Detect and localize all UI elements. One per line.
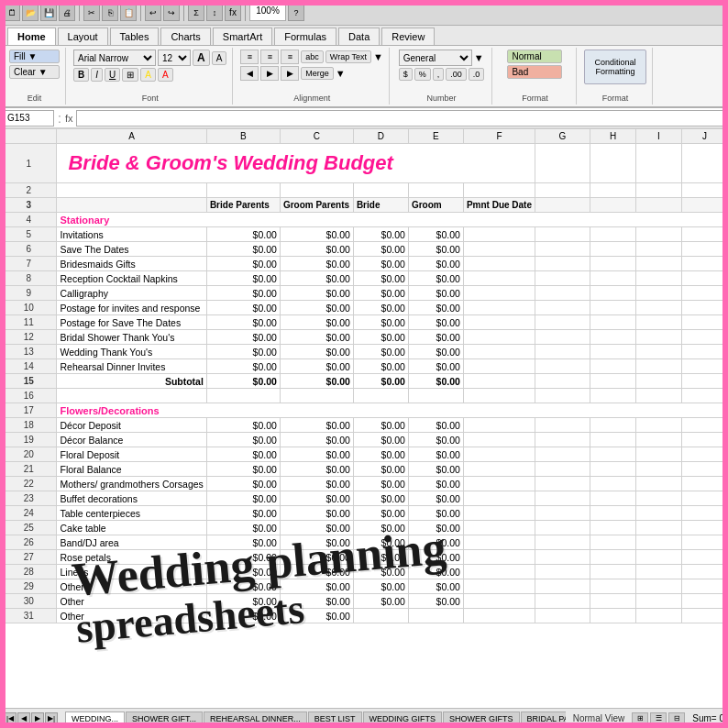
cell-money[interactable]: $0.00 [206,550,280,565]
cell[interactable] [682,447,728,462]
item-cake-table[interactable]: Cake table [57,521,206,535]
cell[interactable] [590,433,636,447]
cell[interactable] [682,374,728,389]
page-layout-btn[interactable]: ☰ [650,712,667,725]
align-top-right-btn[interactable]: ≡ [281,50,299,64]
cell[interactable] [590,418,636,433]
cell-money[interactable]: $0.00 [206,506,280,521]
fill-button[interactable]: Fill ▼ [9,50,60,63]
cell-money[interactable]: $0.00 [206,418,280,433]
cell-money[interactable]: $0.00 [353,242,408,257]
cell[interactable] [463,506,535,521]
bad-style-btn[interactable]: Bad [507,65,562,79]
toolbar-icon-copy[interactable]: ⎘ [102,5,118,21]
cell[interactable] [682,183,728,198]
cell[interactable] [535,242,590,257]
cell-money[interactable]: $0.00 [206,345,280,359]
col-label-a[interactable] [57,198,206,213]
cell[interactable] [636,477,682,491]
cell[interactable] [463,315,535,330]
cell[interactable] [590,565,636,579]
cell[interactable] [590,477,636,491]
cell[interactable] [682,389,728,403]
cell[interactable] [463,286,535,301]
cell-money[interactable]: $0.00 [408,521,463,535]
normal-style-btn[interactable]: Normal [507,50,562,63]
cell[interactable] [682,271,728,286]
cell[interactable] [353,389,408,403]
item-invitations[interactable]: Invitations [57,227,206,242]
cell[interactable] [463,418,535,433]
cell[interactable] [636,359,682,374]
cell[interactable] [535,330,590,345]
item-floral-balance[interactable]: Floral Balance [57,462,206,477]
cell-money[interactable]: $0.00 [280,491,353,506]
cell-money[interactable]: $0.00 [353,418,408,433]
cell-money[interactable]: $0.00 [206,447,280,462]
col-label-bride[interactable]: Bride [353,198,408,213]
cell[interactable] [353,609,408,623]
cell-money[interactable]: $0.00 [280,271,353,286]
toolbar-icon-open[interactable]: 📂 [22,5,39,21]
align-top-left-btn[interactable]: ≡ [240,50,259,64]
cell[interactable] [535,271,590,286]
col-header-g[interactable]: G [535,129,590,144]
scroll-arrows[interactable]: |◀ ◀ ▶ ▶| [4,712,58,725]
toolbar-icon-save[interactable]: 💾 [40,5,57,21]
cell[interactable] [636,433,682,447]
cell-money[interactable]: $0.00 [353,579,408,594]
cell-i1[interactable] [636,144,682,183]
cell[interactable] [682,491,728,506]
cell-money[interactable]: $0.00 [408,301,463,315]
cell[interactable] [535,609,590,623]
cell[interactable] [463,550,535,565]
sheet-tab-wedding-gifts[interactable]: WEDDING GIFTS [363,711,443,726]
item-decor-balance[interactable]: Décor Balance [57,433,206,447]
cell[interactable] [682,286,728,301]
cell[interactable] [590,594,636,609]
cell[interactable] [463,491,535,506]
cell[interactable] [463,535,535,550]
col-header-j[interactable]: J [682,129,728,144]
cell[interactable] [636,257,682,271]
cell[interactable] [636,374,682,389]
cell-money[interactable]: $0.00 [408,242,463,257]
cell[interactable] [636,271,682,286]
toolbar-icon-new[interactable]: 🗒 [4,5,20,21]
cell-g1[interactable] [535,144,590,183]
subtotal-bride-parents[interactable]: $0.00 [206,374,280,389]
align-right-btn[interactable]: ▶ [281,66,299,81]
col-label-bride-parents[interactable]: Bride Parents [206,198,280,213]
item-calligraphy[interactable]: Calligraphy [57,286,206,301]
zoom-level[interactable]: 100% [249,5,286,21]
cell-money[interactable]: $0.00 [280,462,353,477]
cell[interactable] [590,374,636,389]
cell[interactable] [590,447,636,462]
item-rose-petals[interactable]: Rose petals [57,550,206,565]
col-header-a[interactable]: A [57,129,206,144]
col-header-f[interactable]: F [463,129,535,144]
col-header-h[interactable]: H [590,129,636,144]
cell[interactable] [535,227,590,242]
item-other2[interactable]: Other [57,594,206,609]
cell-money[interactable]: $0.00 [206,491,280,506]
toolbar-icon-sort[interactable]: ↕ [206,5,223,21]
cell-money[interactable]: $0.00 [353,565,408,579]
tab-smartart[interactable]: SmartArt [213,28,272,45]
cell[interactable] [682,506,728,521]
cell[interactable] [682,535,728,550]
cell[interactable] [636,594,682,609]
cell-money[interactable]: $0.00 [353,345,408,359]
cell-money[interactable]: $0.00 [280,609,353,623]
cell[interactable] [535,491,590,506]
cell-money[interactable]: $0.00 [408,257,463,271]
bold-btn[interactable]: B [73,68,89,82]
cell[interactable] [682,550,728,565]
col-label-g[interactable] [535,198,590,213]
cell[interactable] [535,374,590,389]
item-centerpieces[interactable]: Table centerpieces [57,506,206,521]
cell[interactable] [636,418,682,433]
cell[interactable] [682,594,728,609]
cell[interactable] [590,579,636,594]
cell-money[interactable]: $0.00 [408,447,463,462]
